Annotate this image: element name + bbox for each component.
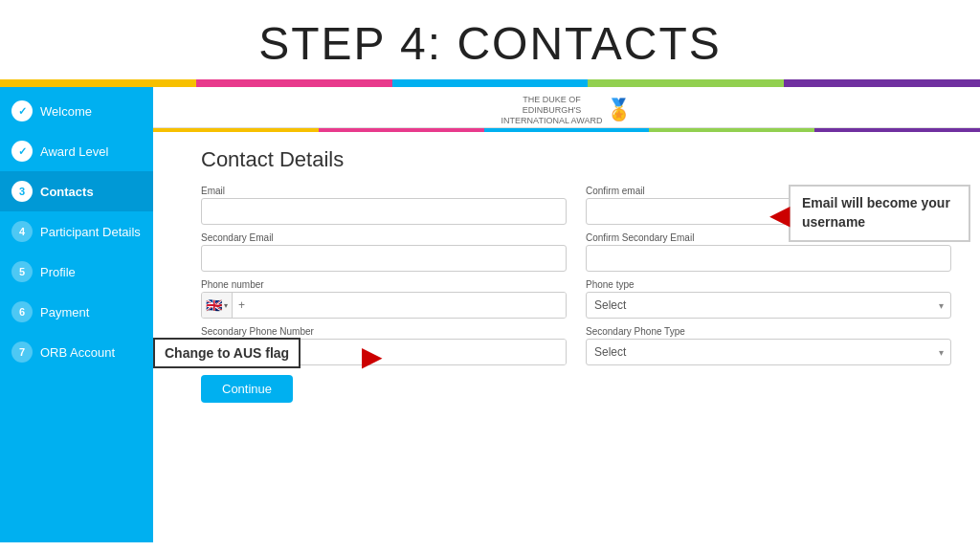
secondary-phone-type-select[interactable]: Select Mobile Home Work (586, 339, 951, 365)
continue-button[interactable]: Continue (201, 375, 293, 403)
sidebar-label-award: Award Level (40, 144, 108, 159)
color-bar (0, 79, 980, 87)
sidebar-item-profile[interactable]: 5 Profile (0, 252, 153, 292)
sidebar-item-orb-account[interactable]: 7 ORB Account (0, 332, 153, 372)
email-field-group: Email (201, 186, 567, 225)
sidebar-item-participant-details[interactable]: 4 Participant Details (0, 211, 153, 252)
content-area: THE DUKE OF EDINBURGH'S INTERNATIONAL AW… (153, 87, 980, 542)
logo-icon: 🏅 (606, 98, 632, 122)
step-icon-participant: 4 (11, 221, 33, 242)
sidebar: ✓ Welcome ✓ Award Level 3 Contacts 4 Par… (0, 87, 153, 542)
step-icon-contacts: 3 (11, 181, 33, 202)
email-annotation-box: Email will become your username (789, 185, 970, 241)
phone-type-field-group: Phone type Select Mobile Home Work ▾ (586, 279, 951, 319)
step-icon-profile: 5 (11, 261, 33, 282)
sidebar-label-welcome: Welcome (40, 104, 92, 119)
flag-chevron-primary: ▾ (224, 301, 228, 310)
logo-text: THE DUKE OF EDINBURGH'S INTERNATIONAL AW… (501, 95, 603, 125)
sidebar-item-welcome[interactable]: ✓ Welcome (0, 91, 153, 131)
logo-bar: THE DUKE OF EDINBURGH'S INTERNATIONAL AW… (153, 87, 980, 128)
sidebar-label-profile: Profile (40, 265, 76, 279)
page-title: STEP 4: CONTACTS (0, 0, 980, 79)
step-icon-orb: 7 (11, 342, 33, 363)
form-area: Contact Details Email Confirm email Seco… (153, 132, 980, 542)
step-icon-award: ✓ (11, 141, 33, 162)
secondary-email-input[interactable] (201, 245, 567, 272)
phone-type-label: Phone type (586, 279, 951, 290)
sidebar-label-payment: Payment (40, 305, 89, 320)
phone-type-select-wrapper: Select Mobile Home Work ▾ (586, 292, 951, 319)
secondary-phone-type-label: Secondary Phone Type (586, 326, 951, 337)
flag-select-primary[interactable]: 🇬🇧 ▾ (202, 293, 233, 318)
aus-flag-arrow: ▶ (362, 341, 383, 372)
phone-input[interactable] (233, 293, 566, 318)
step-icon-payment: 6 (11, 301, 33, 322)
phone-wrapper: 🇬🇧 ▾ (201, 292, 567, 319)
sidebar-item-contacts[interactable]: 3 Contacts (0, 171, 153, 211)
sidebar-label-contacts: Contacts (40, 185, 94, 199)
phone-type-select[interactable]: Select Mobile Home Work (586, 292, 951, 319)
sidebar-label-participant: Participant Details (40, 225, 141, 239)
email-label: Email (201, 186, 567, 196)
secondary-email-field-group: Secondary Email (201, 232, 567, 272)
secondary-phone-label: Secondary Phone Number (201, 326, 567, 337)
step-icon-welcome: ✓ (11, 100, 33, 121)
phone-field-group: Phone number 🇬🇧 ▾ (201, 279, 567, 319)
aus-flag-annotation: Change to AUS flag (153, 338, 301, 368)
sidebar-label-orb: ORB Account (40, 345, 115, 360)
email-annotation-arrow: ◀ (769, 199, 791, 231)
sidebar-item-award-level[interactable]: ✓ Award Level (0, 131, 153, 171)
confirm-secondary-email-input[interactable] (586, 245, 951, 272)
secondary-phone-type-select-wrapper: Select Mobile Home Work ▾ (586, 339, 951, 365)
sidebar-item-payment[interactable]: 6 Payment (0, 292, 153, 332)
form-title: Contact Details (201, 147, 951, 172)
secondary-email-label: Secondary Email (201, 232, 567, 243)
secondary-phone-type-field-group: Secondary Phone Type Select Mobile Home … (586, 326, 951, 365)
phone-label: Phone number (201, 279, 567, 290)
flag-emoji-primary: 🇬🇧 (206, 298, 222, 313)
email-input[interactable] (201, 198, 567, 225)
